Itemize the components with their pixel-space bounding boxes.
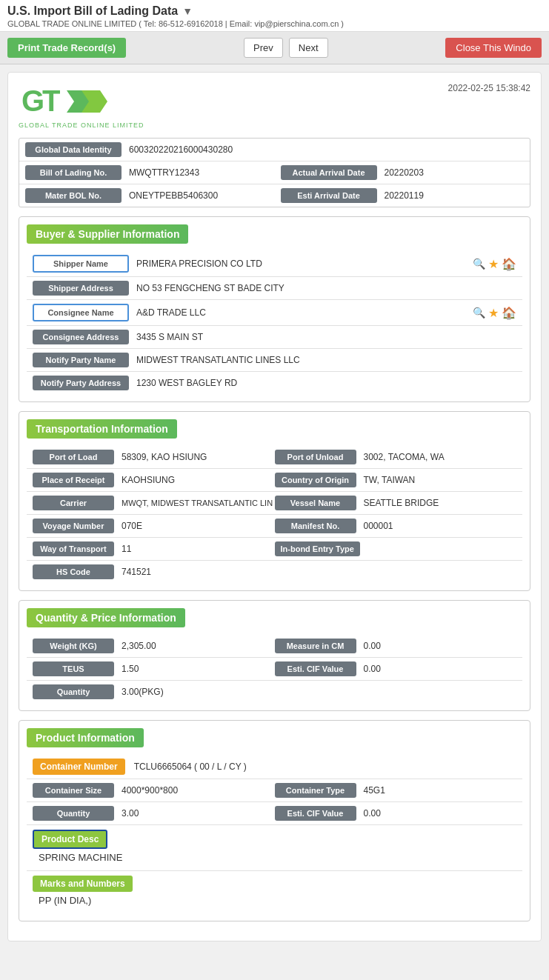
toolbar: Print Trade Record(s) Prev Next Close Th… — [0, 32, 549, 64]
manifest-value: 000001 — [356, 521, 393, 531]
country-origin-value: TW, TAIWAN — [356, 475, 416, 485]
inbond-cell: In-bond Entry Type — [275, 541, 517, 556]
esti-cif-value: 0.00 — [356, 664, 381, 674]
container-number-button[interactable]: Container Number — [33, 759, 125, 775]
product-quantity-cell: Quantity 3.00 — [33, 806, 275, 821]
bol-cell: Bill of Lading No. MWQTTRY12343 — [19, 161, 275, 184]
teus-cell: TEUS 1.50 — [33, 661, 275, 676]
product-quantity-value: 3.00 — [114, 808, 139, 819]
print-button[interactable]: Print Trade Record(s) — [7, 38, 126, 58]
quantity-label: Quantity — [33, 684, 114, 699]
carrier-cell: Carrier MWQT, MIDWEST TRANSATLANTIC LIN — [33, 496, 275, 510]
close-button[interactable]: Close This Windo — [445, 38, 542, 58]
shipper-address-label: Shipper Address — [33, 281, 129, 296]
quantity-price-section: Quantity & Price Information Weight (KG)… — [19, 600, 530, 711]
basic-info-grid: Global Data Identity 6003202202160004302… — [19, 138, 530, 207]
esti-arrival-label: Esti Arrival Date — [281, 188, 377, 203]
esti-arrival-cell: Esti Arrival Date 20220119 — [275, 184, 530, 207]
notify-party-name-label: Notify Party Name — [33, 353, 129, 367]
weight-measure-row: Weight (KG) 2,305.00 Measure in CM 0.00 — [27, 635, 522, 658]
quantity-value: 3.00(PKG) — [114, 687, 164, 697]
vessel-label: Vessel Name — [275, 496, 356, 510]
measure-label: Measure in CM — [275, 639, 356, 653]
quantity-row: Quantity 3.00(PKG) — [27, 681, 522, 703]
consignee-address-label: Consignee Address — [33, 330, 129, 344]
carrier-vessel-row: Carrier MWQT, MIDWEST TRANSATLANTIC LIN … — [27, 492, 522, 515]
transportation-title: Transportation Information — [27, 419, 177, 439]
actual-arrival-value: 20220203 — [377, 167, 424, 178]
bol-value: MWQTTRY12343 — [122, 167, 199, 178]
carrier-label: Carrier — [33, 496, 114, 510]
port-unload-label: Port of Unload — [275, 450, 356, 464]
doc-header: G T GLOBAL TRADE ONLINE LIMITED 2022-02-… — [19, 83, 530, 129]
home-icon[interactable]: 🏠 — [502, 257, 516, 271]
teus-cif-row: TEUS 1.50 Esti. CIF Value 0.00 — [27, 658, 522, 681]
prev-button[interactable]: Prev — [244, 38, 283, 58]
consignee-address-value: 3435 S MAIN ST — [129, 332, 203, 342]
search-icon[interactable]: 🔍 — [473, 258, 485, 270]
country-origin-cell: Country of Origin TW, TAIWAN — [275, 473, 517, 487]
container-size-value: 4000*900*800 — [114, 785, 178, 796]
container-size-type-row: Container Size 4000*900*800 Container Ty… — [27, 779, 522, 802]
port-unload-value: 3002, TACOMA, WA — [356, 452, 445, 462]
container-type-cell: Container Type 45G1 — [275, 783, 517, 798]
global-data-value: 600320220216000430280 — [122, 144, 233, 155]
master-bol-cell: Mater BOL No. ONEYTPEBB5406300 — [19, 184, 275, 207]
global-data-label: Global Data Identity — [25, 142, 122, 157]
weight-label: Weight (KG) — [33, 639, 114, 653]
container-type-label: Container Type — [275, 783, 356, 798]
marks-button[interactable]: Marks and Numbers — [33, 876, 133, 892]
consignee-home-icon[interactable]: 🏠 — [502, 306, 516, 320]
product-desc-value: SPRING MACHINE — [33, 849, 516, 866]
measure-cell: Measure in CM 0.00 — [275, 639, 517, 653]
marks-row: Marks and Numbers PP (IN DIA,) — [27, 871, 522, 913]
star-icon[interactable]: ★ — [488, 257, 499, 271]
carrier-value: MWQT, MIDWEST TRANSATLANTIC LIN — [114, 499, 273, 507]
consignee-star-icon[interactable]: ★ — [488, 306, 499, 320]
port-row: Port of Load 58309, KAO HSIUNG Port of U… — [27, 446, 522, 469]
actual-arrival-label: Actual Arrival Date — [281, 165, 377, 180]
top-bar: U.S. Import Bill of Lading Data ▼ GLOBAL… — [0, 0, 549, 32]
weight-value: 2,305.00 — [114, 641, 156, 651]
product-desc-row: Product Desc SPRING MACHINE — [27, 825, 522, 871]
notify-party-address-row: Notify Party Address 1230 WEST BAGLEY RD — [27, 372, 522, 394]
consignee-search-icon[interactable]: 🔍 — [473, 307, 485, 319]
container-number-row: Container Number TCLU6665064 ( 00 / L / … — [27, 755, 522, 779]
port-unload-cell: Port of Unload 3002, TACOMA, WA — [275, 450, 517, 464]
notify-party-address-label: Notify Party Address — [33, 376, 129, 390]
voyage-manifest-row: Voyage Number 070E Manifest No. 000001 — [27, 515, 522, 538]
dropdown-arrow-icon[interactable]: ▼ — [182, 5, 193, 17]
shipper-name-label: Shipper Name — [33, 255, 129, 273]
product-desc-button[interactable]: Product Desc — [33, 830, 107, 849]
logo-subtitle: GLOBAL TRADE ONLINE LIMITED — [19, 121, 144, 129]
buyer-supplier-title: Buyer & Supplier Information — [27, 224, 188, 244]
container-number-value: TCLU6665064 ( 00 / L / CY ) — [125, 761, 247, 772]
weight-cell: Weight (KG) 2,305.00 — [33, 639, 275, 653]
hs-code-label: HS Code — [33, 564, 114, 579]
teus-value: 1.50 — [114, 664, 139, 674]
way-transport-cell: Way of Transport 11 — [33, 541, 275, 556]
marks-value: PP (IN DIA,) — [33, 892, 516, 909]
logo-area: G T GLOBAL TRADE ONLINE LIMITED — [19, 83, 144, 129]
place-receipt-label: Place of Receipt — [33, 473, 114, 487]
inbond-label: In-bond Entry Type — [275, 541, 360, 556]
svg-text:G: G — [21, 84, 44, 117]
port-load-value: 58309, KAO HSIUNG — [114, 452, 207, 462]
product-cif-value: 0.00 — [356, 808, 381, 819]
master-bol-value: ONEYTPEBB5406300 — [122, 190, 218, 201]
notify-party-name-value: MIDWEST TRANSATLANTIC LINES LLC — [129, 355, 300, 365]
doc-date: 2022-02-25 15:38:42 — [448, 83, 530, 93]
place-receipt-value: KAOHSIUNG — [114, 475, 175, 485]
product-title: Product Information — [27, 728, 144, 747]
shipper-name-row: Shipper Name PRIMERA PRECISION CO LTD 🔍 … — [27, 251, 522, 277]
title-text: U.S. Import Bill of Lading Data — [7, 4, 178, 18]
master-bol-row: Mater BOL No. ONEYTPEBB5406300 Esti Arri… — [19, 184, 530, 207]
bol-label: Bill of Lading No. — [25, 165, 122, 180]
hs-code-value: 741521 — [114, 567, 151, 577]
next-button[interactable]: Next — [289, 38, 328, 58]
container-size-label: Container Size — [33, 783, 114, 798]
voyage-label: Voyage Number — [33, 519, 114, 533]
manifest-cell: Manifest No. 000001 — [275, 519, 517, 533]
product-cif-label: Esti. CIF Value — [275, 806, 356, 821]
hs-code-row: HS Code 741521 — [27, 561, 522, 583]
